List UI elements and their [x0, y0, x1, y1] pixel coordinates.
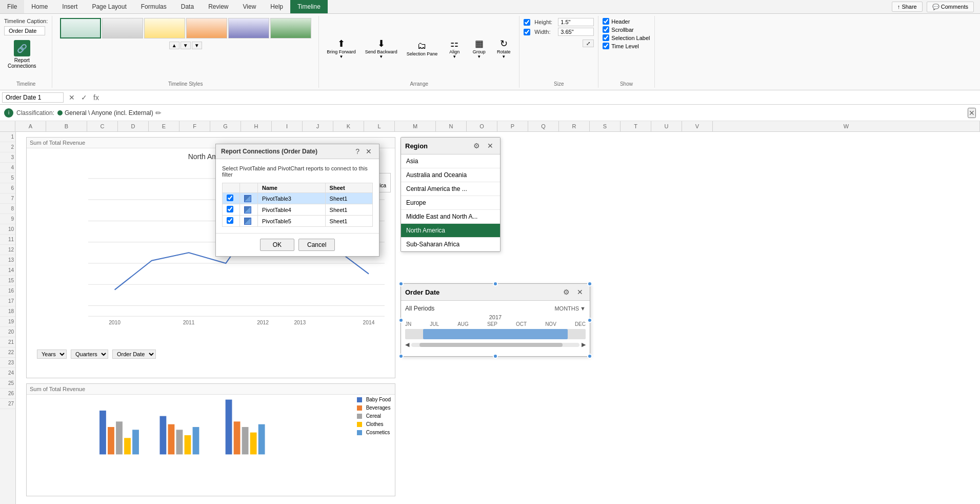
row-21[interactable]: 21 — [0, 337, 15, 347]
row-14[interactable]: 14 — [0, 265, 15, 276]
row-13[interactable]: 13 — [0, 255, 15, 265]
styles-scroll-up[interactable]: ▲ — [169, 42, 179, 49]
time-level-checkbox[interactable] — [603, 43, 609, 49]
timeline-resize-top[interactable] — [493, 281, 498, 286]
name-box[interactable] — [2, 92, 64, 103]
row-23[interactable]: 23 — [0, 358, 15, 368]
table-row-3[interactable]: PivotTable5 Sheet1 — [223, 216, 373, 227]
classification-edit-icon[interactable]: ✏ — [155, 109, 162, 117]
col-D[interactable]: D — [118, 121, 149, 131]
tab-review[interactable]: Review — [201, 0, 235, 13]
timeline-scroll-track[interactable] — [411, 343, 579, 347]
styles-dropdown[interactable]: ▼ — [192, 42, 202, 49]
row-8[interactable]: 8 — [0, 204, 15, 214]
row-2[interactable]: 2 — [0, 142, 15, 152]
col-P[interactable]: P — [497, 121, 528, 131]
height-lock[interactable] — [524, 19, 530, 26]
row-1[interactable]: 1 — [0, 132, 15, 142]
comments-button[interactable]: 💬 Comments — [927, 2, 974, 12]
timeline-resize-corner-bl[interactable] — [398, 354, 404, 359]
tab-view[interactable]: View — [236, 0, 264, 13]
row-5[interactable]: 5 — [0, 173, 15, 183]
tab-data[interactable]: Data — [174, 0, 201, 13]
table-row-1[interactable]: PivotTable3 Sheet1 — [223, 193, 373, 204]
tab-home[interactable]: Home — [24, 0, 55, 13]
caption-value[interactable]: Order Date — [4, 26, 45, 35]
formula-insert-btn[interactable]: fx — [90, 92, 102, 103]
row-3[interactable]: 3 — [0, 152, 15, 163]
row3-checkbox[interactable] — [227, 217, 233, 224]
slicer-item-middle-east[interactable]: Middle East and North A... — [401, 210, 500, 224]
dialog-help-button[interactable]: ? — [353, 147, 362, 156]
tab-formulas[interactable]: Formulas — [134, 0, 174, 13]
row-27[interactable]: 27 — [0, 399, 15, 409]
row-20[interactable]: 20 — [0, 327, 15, 337]
bring-forward-button[interactable]: ⬆ Bring Forward ▼ — [323, 35, 359, 62]
slicer-item-sub-saharan[interactable]: Sub-Saharan Africa — [401, 238, 500, 251]
share-button[interactable]: ↑ Share — [892, 2, 923, 12]
size-dialog-launcher[interactable]: ⤢ — [583, 40, 594, 47]
row-12[interactable]: 12 — [0, 245, 15, 255]
col-W[interactable]: W — [713, 121, 980, 131]
chart2-container[interactable]: Sum of Total Revenue — [26, 383, 395, 496]
col-L[interactable]: L — [364, 121, 395, 131]
formula-input[interactable] — [102, 93, 978, 102]
selection-pane-button[interactable]: 🗂 Selection Pane — [403, 38, 442, 59]
col-B[interactable]: B — [46, 121, 87, 131]
timeline-resize-corner-br[interactable] — [587, 354, 592, 359]
row2-checkbox[interactable] — [227, 206, 233, 212]
style-item-6[interactable] — [270, 18, 311, 38]
row-22[interactable]: 22 — [0, 347, 15, 358]
years-dropdown[interactable]: Years — [37, 350, 67, 359]
row-4[interactable]: 4 — [0, 163, 15, 173]
timeline-scroll-left[interactable]: ◀ — [405, 341, 409, 348]
timeline-resize-left[interactable] — [398, 318, 404, 323]
col-N[interactable]: N — [436, 121, 467, 131]
col-R[interactable]: R — [559, 121, 590, 131]
formula-cancel-btn[interactable]: ✕ — [66, 92, 78, 103]
col-T[interactable]: T — [621, 121, 651, 131]
row-11[interactable]: 11 — [0, 235, 15, 245]
timeline-months-dropdown[interactable]: MONTHS ▼ — [554, 305, 586, 312]
row-7[interactable]: 7 — [0, 193, 15, 204]
styles-scroll-down[interactable]: ▼ — [181, 42, 191, 49]
slicer-item-australia[interactable]: Australia and Oceania — [401, 168, 500, 182]
col-H[interactable]: H — [241, 121, 272, 131]
col-E[interactable]: E — [149, 121, 179, 131]
tab-insert[interactable]: Insert — [55, 0, 85, 13]
report-connections-dialog[interactable]: Report Connections (Order Date) ? ✕ Sele… — [215, 144, 379, 257]
slicer-multiselect-btn[interactable]: ⚙ — [471, 141, 483, 151]
timeline-resize-corner-tr[interactable] — [587, 281, 592, 286]
table-row-2[interactable]: PivotTable4 Sheet1 — [223, 204, 373, 216]
formula-confirm-btn[interactable]: ✓ — [78, 92, 90, 103]
col-J[interactable]: J — [303, 121, 333, 131]
timeline-menu-btn[interactable]: ⚙ — [561, 287, 572, 297]
timeline-resize-right[interactable] — [587, 318, 592, 323]
row-16[interactable]: 16 — [0, 286, 15, 296]
row-6[interactable]: 6 — [0, 183, 15, 193]
tab-page-layout[interactable]: Page Layout — [85, 0, 133, 13]
col-M[interactable]: M — [395, 121, 436, 131]
classification-close-button[interactable]: ✕ — [968, 108, 976, 118]
width-lock[interactable] — [524, 29, 530, 35]
row-18[interactable]: 18 — [0, 306, 15, 317]
scrollbar-checkbox[interactable] — [603, 26, 609, 33]
row-10[interactable]: 10 — [0, 224, 15, 235]
height-input[interactable] — [558, 18, 594, 26]
col-U[interactable]: U — [651, 121, 682, 131]
tab-help[interactable]: Help — [263, 0, 290, 13]
style-item-3[interactable] — [144, 18, 185, 38]
group-button[interactable]: ▦ Group ▼ — [468, 35, 490, 62]
style-item-4[interactable] — [186, 18, 227, 38]
col-S[interactable]: S — [590, 121, 621, 131]
timeline-clear-btn[interactable]: ✕ — [574, 287, 586, 297]
timeline-resize-bottom[interactable] — [493, 354, 498, 359]
dialog-ok-button[interactable]: OK — [260, 239, 294, 251]
col-K[interactable]: K — [333, 121, 364, 131]
timeline-resize-corner-tl[interactable] — [398, 281, 404, 286]
col-C[interactable]: C — [87, 121, 118, 131]
col-F[interactable]: F — [179, 121, 210, 131]
row1-checkbox[interactable] — [227, 195, 233, 201]
width-input[interactable] — [558, 28, 594, 36]
report-connections-button[interactable]: 🔗 ReportConnections — [4, 37, 40, 71]
